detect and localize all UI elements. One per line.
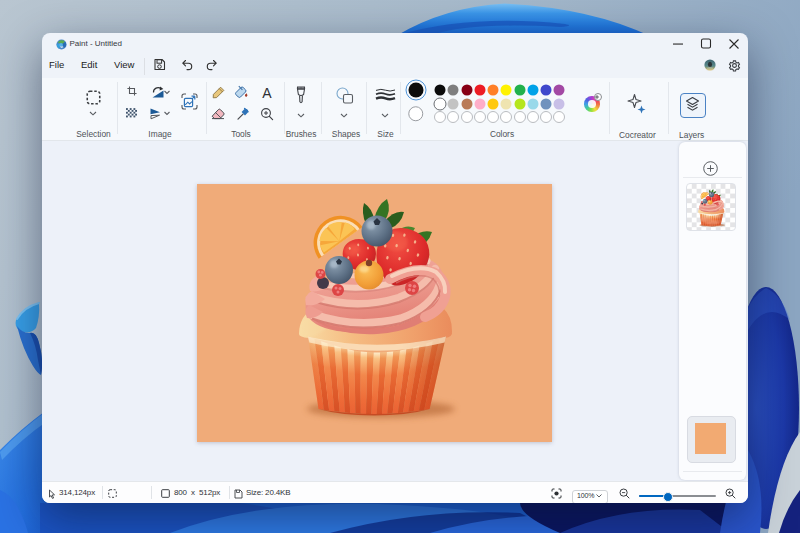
svg-text:A: A (262, 86, 272, 100)
